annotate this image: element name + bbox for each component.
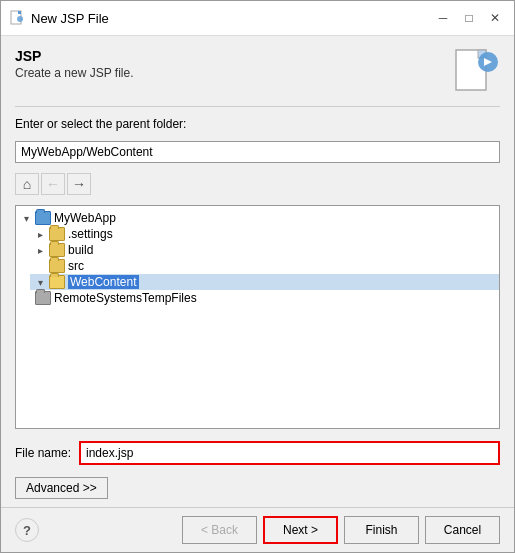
folder-icon-build [49, 243, 65, 257]
tree-item-settings[interactable]: ▸ .settings [30, 226, 499, 242]
tree-item-webcontent[interactable]: ▾ WebContent [30, 274, 499, 290]
tree-item-src[interactable]: src [30, 258, 499, 274]
back-button[interactable]: < Back [182, 516, 257, 544]
folder-icon-remote [35, 291, 51, 305]
main-window: New JSP File ─ □ ✕ JSP Create a new JSP … [0, 0, 515, 553]
home-button[interactable]: ⌂ [15, 173, 39, 195]
page-title: JSP [15, 48, 134, 64]
tree-item-remote[interactable]: RemoteSystemsTempFiles [16, 290, 499, 306]
title-bar-controls: ─ □ ✕ [432, 7, 506, 29]
folder-icon-src [49, 259, 65, 273]
title-bar: New JSP File ─ □ ✕ [1, 1, 514, 36]
header-divider [15, 106, 500, 107]
tree-label-settings: .settings [68, 227, 113, 241]
toggle-settings[interactable]: ▸ [34, 228, 46, 240]
folder-icon-webcontent [49, 275, 65, 289]
dialog-content: JSP Create a new JSP file. Enter or sele… [1, 36, 514, 507]
footer-buttons: < Back Next > Finish Cancel [182, 516, 500, 544]
toggle-remote [20, 292, 32, 304]
maximize-button[interactable]: □ [458, 7, 480, 29]
toggle-webcontent[interactable]: ▾ [34, 276, 46, 288]
tree-label-mywebapp: MyWebApp [54, 211, 116, 225]
next-button[interactable]: Next > [263, 516, 338, 544]
header-section: JSP Create a new JSP file. [15, 48, 500, 96]
window-title: New JSP File [31, 11, 109, 26]
folder-tree[interactable]: ▾ MyWebApp ▸ .settings ▸ build src [15, 205, 500, 429]
back-button[interactable]: ← [41, 173, 65, 195]
cancel-button[interactable]: Cancel [425, 516, 500, 544]
svg-point-3 [17, 16, 23, 22]
page-subtitle: Create a new JSP file. [15, 66, 134, 80]
file-name-label: File name: [15, 446, 71, 460]
minimize-button[interactable]: ─ [432, 7, 454, 29]
folder-toolbar: ⌂ ← → [15, 171, 500, 197]
file-name-input[interactable] [79, 441, 500, 465]
tree-label-src: src [68, 259, 84, 273]
tree-label-build: build [68, 243, 93, 257]
toggle-src [34, 260, 46, 272]
forward-button[interactable]: → [67, 173, 91, 195]
header-icon [452, 48, 500, 96]
jsp-file-icon [454, 48, 498, 96]
close-button[interactable]: ✕ [484, 7, 506, 29]
folder-icon-mywebapp [35, 211, 51, 225]
svg-rect-2 [18, 11, 21, 14]
window-icon [9, 10, 25, 26]
file-name-row: File name: [15, 441, 500, 465]
folder-icon-settings [49, 227, 65, 241]
folder-label: Enter or select the parent folder: [15, 117, 500, 131]
tree-item-build[interactable]: ▸ build [30, 242, 499, 258]
tree-label-webcontent: WebContent [68, 275, 139, 289]
finish-button[interactable]: Finish [344, 516, 419, 544]
help-button[interactable]: ? [15, 518, 39, 542]
advanced-button[interactable]: Advanced >> [15, 477, 108, 499]
tree-label-remote: RemoteSystemsTempFiles [54, 291, 197, 305]
dialog-footer: ? < Back Next > Finish Cancel [1, 507, 514, 552]
toggle-mywebapp[interactable]: ▾ [20, 212, 32, 224]
folder-input[interactable] [15, 141, 500, 163]
tree-item-mywebapp[interactable]: ▾ MyWebApp [16, 210, 499, 226]
header-text: JSP Create a new JSP file. [15, 48, 134, 80]
title-bar-left: New JSP File [9, 10, 109, 26]
toggle-build[interactable]: ▸ [34, 244, 46, 256]
